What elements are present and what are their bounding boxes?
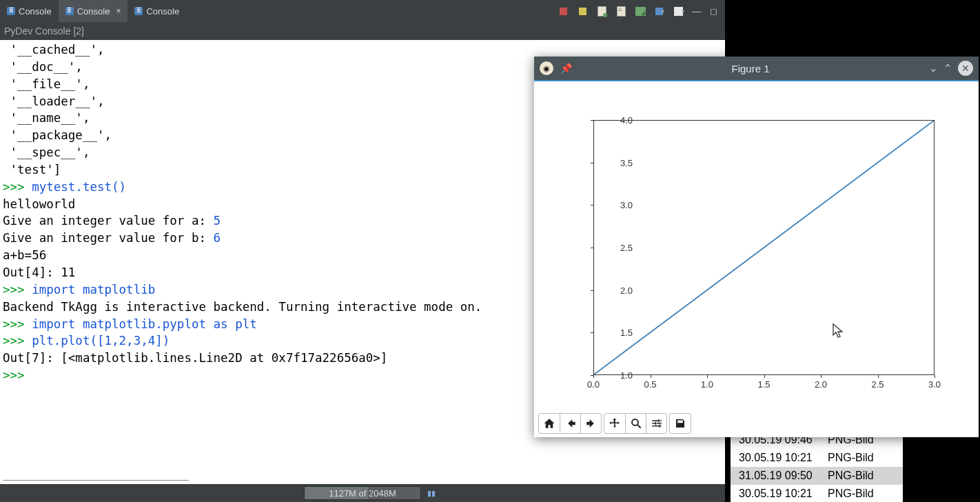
x-tick-label: 0.5	[644, 379, 656, 390]
layout-dropdown[interactable]: ▾	[651, 2, 668, 20]
file-row[interactable]: 30.05.19 10:21PNG-Bild	[731, 485, 903, 502]
home-button[interactable]	[539, 414, 560, 433]
y-tick-label: 2.5	[620, 243, 633, 253]
minimize-icon[interactable]: —	[689, 6, 704, 17]
memory-indicator[interactable]: 1127M of 2048M ▮▮	[304, 486, 421, 500]
configure-button[interactable]	[646, 414, 666, 433]
collapse-icon[interactable]: ⌄	[929, 62, 938, 74]
page-dropdown[interactable]: ▾	[670, 2, 688, 20]
input-divider	[3, 480, 189, 481]
save-button[interactable]	[670, 414, 691, 433]
tab-label: Console	[19, 6, 52, 17]
y-tick-label: 2.0	[620, 285, 633, 295]
y-tick-label: 3.0	[620, 200, 633, 210]
doc-button-2[interactable]	[612, 2, 630, 20]
y-tick-label: 3.5	[620, 157, 633, 168]
zoom-button[interactable]	[625, 414, 646, 433]
pin-icon[interactable]: 📌	[560, 63, 572, 74]
tab-bar: ConsoleConsole×Console ▾ ▾ — ◻	[0, 0, 725, 22]
close-icon[interactable]: ✕	[958, 61, 973, 76]
tab-label: Console	[77, 6, 110, 17]
status-bar: 1127M of 2048M ▮▮	[0, 484, 725, 502]
figure-canvas[interactable]: 1.01.52.02.53.03.54.00.00.51.01.52.02.53…	[534, 81, 979, 410]
tab-console-2[interactable]: Console	[127, 0, 186, 22]
image-button[interactable]	[631, 2, 649, 20]
plot-line	[594, 121, 934, 374]
file-list: 30.05.19 09:46PNG-Bild30.05.19 10:21PNG-…	[731, 431, 903, 502]
y-tick-label: 4.0	[620, 115, 633, 126]
console-icon	[134, 7, 143, 15]
pause-button[interactable]	[573, 2, 591, 20]
x-tick-label: 1.5	[757, 379, 770, 390]
tab-console-1[interactable]: Console×	[59, 0, 128, 22]
svg-point-1	[632, 419, 638, 425]
tab-console-0[interactable]: Console	[0, 0, 59, 22]
figure-toolbar	[534, 410, 979, 437]
x-tick-label: 0.0	[587, 379, 600, 390]
x-tick-label: 1.0	[701, 379, 713, 390]
tab-close-icon[interactable]: ×	[116, 6, 121, 16]
figure-titlebar[interactable]: ◉ 📌 Figure 1 ⌄ ⌃ ✕	[534, 57, 979, 80]
x-tick-label: 2.5	[871, 379, 884, 390]
figure-title: Figure 1	[579, 63, 922, 74]
svg-line-2	[637, 425, 641, 428]
x-tick-label: 3.0	[928, 379, 941, 390]
console-icon	[7, 7, 15, 15]
x-tick-label: 2.0	[815, 379, 827, 390]
plot-area	[593, 120, 935, 375]
cursor-icon	[832, 323, 846, 343]
y-tick-label: 1.5	[620, 328, 633, 338]
tab-label: Console	[146, 6, 179, 17]
matplotlib-icon: ◉	[540, 61, 553, 75]
svg-line-0	[594, 121, 934, 374]
back-button[interactable]	[560, 414, 580, 433]
pan-button[interactable]	[604, 414, 625, 433]
console-icon	[65, 7, 74, 15]
gc-icon: ▮▮	[427, 489, 436, 498]
maximize-icon[interactable]: ◻	[706, 6, 721, 17]
expand-icon[interactable]: ⌃	[943, 62, 952, 74]
forward-button[interactable]	[580, 414, 601, 433]
figure-window: ◉ 📌 Figure 1 ⌄ ⌃ ✕ 1.01.52.02.53.03.54.0…	[534, 57, 979, 437]
stop-button[interactable]	[554, 2, 572, 20]
console-title: PyDev Console [2]	[0, 22, 725, 40]
file-row[interactable]: 31.05.19 09:50PNG-Bild	[731, 467, 903, 485]
toolbar: ▾ ▾ — ◻	[554, 0, 725, 22]
y-tick-label: 1.0	[620, 370, 633, 381]
file-row[interactable]: 30.05.19 10:21PNG-Bild	[731, 449, 903, 467]
doc-button-1[interactable]	[593, 2, 611, 20]
